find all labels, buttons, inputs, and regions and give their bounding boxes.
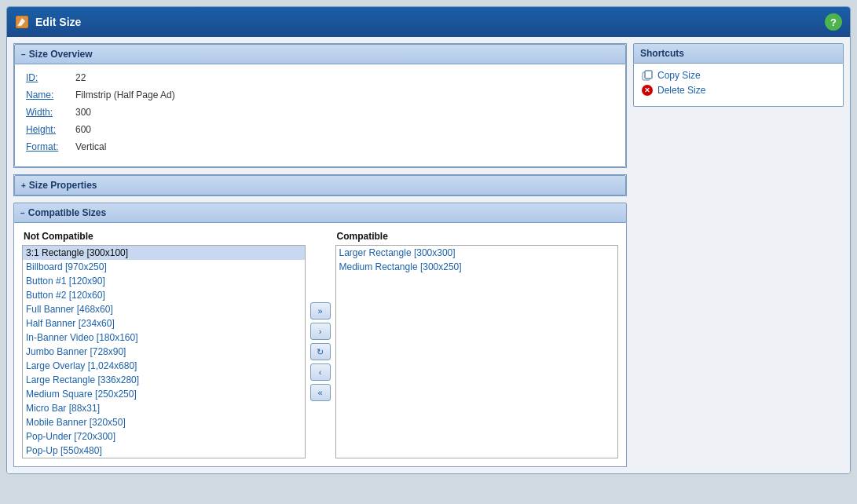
list-item[interactable]: In-Banner Video [180x160] [23,331,305,345]
field-row-id: ID: 22 [26,72,614,83]
field-row-name: Name: Filmstrip (Half Page Ad) [26,89,614,100]
not-compatible-header: Not Compatible [22,231,306,242]
width-label[interactable]: Width: [26,107,69,118]
list-item[interactable]: 3:1 Rectangle [300x100] [23,246,305,260]
delete-size-shortcut[interactable]: ✕ Delete Size [642,85,835,96]
name-value: Filmstrip (Half Page Ad) [75,89,175,100]
help-button[interactable]: ? [825,13,842,31]
refresh-btn[interactable]: ↻ [310,343,331,360]
move-right-btn[interactable]: › [310,323,331,340]
transfer-buttons: » › ↻ ‹ « [306,245,335,458]
field-row-height: Height: 600 [26,124,614,135]
content-area: − Size Overview ID: 22 Name: Filmstrip (… [7,37,850,473]
size-properties-header: + Size Properties [14,175,626,195]
window-title: Edit Size [35,16,81,28]
width-value: 300 [75,107,91,118]
field-row-width: Width: 300 [26,107,614,118]
id-label[interactable]: ID: [26,72,69,83]
size-overview-header: − Size Overview [14,44,626,64]
compatible-sizes-section: − Compatible Sizes Not Compatible 3:1 Re… [13,203,627,467]
compatible-cols: Not Compatible 3:1 Rectangle [300x100] B… [22,231,618,458]
main-window: Edit Size ? − Size Overview ID: 22 Name: [6,6,851,474]
svg-rect-3 [645,71,652,79]
list-item[interactable]: Mobile Banner [320x50] [23,415,305,429]
list-item[interactable]: Micro Bar [88x31] [23,401,305,415]
shortcuts-panel: Shortcuts Copy Size ✕ Delete Size [633,43,844,467]
height-value: 600 [75,124,91,135]
list-item[interactable]: Medium Rectangle [300x250] [336,260,618,274]
compatible-sizes-body: Not Compatible 3:1 Rectangle [300x100] B… [13,223,627,467]
move-all-right-btn[interactable]: » [310,302,331,320]
not-compatible-list[interactable]: 3:1 Rectangle [300x100] Billboard [970x2… [22,245,306,458]
list-item[interactable]: Billboard [970x250] [23,260,305,274]
compatible-header: Compatible [335,231,619,242]
list-item[interactable]: Button #2 [120x60] [23,288,305,302]
copy-size-label: Copy Size [657,70,701,81]
copy-icon [642,70,653,81]
delete-icon: ✕ [642,85,653,96]
delete-size-label: Delete Size [657,85,705,96]
size-properties-label: Size Properties [29,180,97,191]
main-panel: − Size Overview ID: 22 Name: Filmstrip (… [13,43,627,467]
move-left-btn[interactable]: ‹ [310,363,331,381]
not-compatible-col: Not Compatible 3:1 Rectangle [300x100] B… [22,231,306,458]
list-item[interactable]: Medium Square [250x250] [23,387,305,401]
size-overview-body: ID: 22 Name: Filmstrip (Half Page Ad) Wi… [14,64,626,167]
size-properties-section: + Size Properties [13,174,627,196]
compatible-list[interactable]: Larger Rectangle [300x300] Medium Rectan… [335,245,619,458]
field-row-format: Format: Vertical [26,141,614,152]
id-value: 22 [75,72,86,83]
format-label[interactable]: Format: [26,141,69,152]
title-bar-left: Edit Size [15,15,81,29]
height-label[interactable]: Height: [26,124,69,135]
compatible-col: Compatible Larger Rectangle [300x300] Me… [335,231,619,458]
list-item[interactable]: Button #1 [120x90] [23,274,305,288]
compatible-sizes-header: − Compatible Sizes [13,203,627,223]
copy-size-shortcut[interactable]: Copy Size [642,70,835,81]
list-item[interactable]: Pop-Under [720x300] [23,429,305,444]
list-item[interactable]: Larger Rectangle [300x300] [336,246,618,260]
format-value: Vertical [75,141,106,152]
title-bar: Edit Size ? [7,7,850,37]
list-item[interactable]: Large Rectangle [336x280] [23,373,305,387]
compatible-sizes-label: Compatible Sizes [28,207,106,218]
list-item[interactable]: Large Overlay [1,024x680] [23,359,305,373]
compatible-toggle-icon[interactable]: − [20,209,25,217]
list-item[interactable]: Pop-Up [550x480] [23,444,305,458]
size-overview-section: − Size Overview ID: 22 Name: Filmstrip (… [13,43,627,168]
properties-toggle-icon[interactable]: + [21,181,26,190]
shortcuts-body: Copy Size ✕ Delete Size [633,64,844,107]
size-overview-label: Size Overview [29,49,93,60]
shortcuts-header: Shortcuts [633,43,844,64]
edit-icon [15,15,29,29]
overview-toggle-icon[interactable]: − [21,50,26,59]
move-all-left-btn[interactable]: « [310,384,331,401]
name-label[interactable]: Name: [26,89,69,100]
list-item[interactable]: Half Banner [234x60] [23,316,305,331]
list-item[interactable]: Full Banner [468x60] [23,302,305,316]
list-item[interactable]: Jumbo Banner [728x90] [23,345,305,359]
